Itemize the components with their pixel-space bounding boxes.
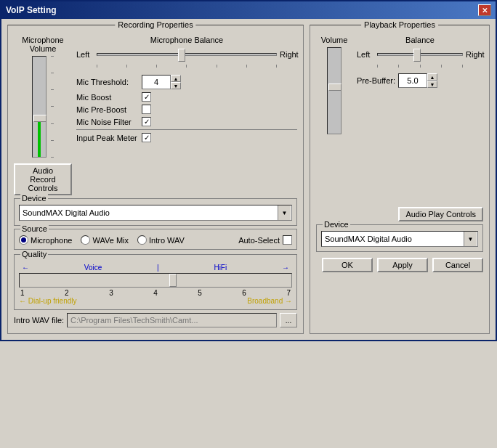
balance-track — [97, 53, 277, 56]
intro-wav-row: Intro WAV file: ... — [14, 313, 297, 327]
mic-threshold-label: Mic Threshold: — [76, 78, 142, 86]
playback-panel-title: Playback Properties — [361, 20, 438, 29]
prebuffer-up[interactable]: ▲ — [427, 73, 437, 81]
source-group: Source Microphone WAVe Mix — [14, 229, 297, 250]
playback-balance-slider[interactable] — [377, 47, 463, 62]
radio-wave-mix[interactable]: WAVe Mix — [81, 235, 129, 245]
balance-thumb[interactable] — [178, 49, 185, 62]
quality-num-1: 1 — [20, 289, 25, 297]
playback-right-label: Right — [466, 50, 483, 59]
playback-inner: Volume Balance Left — [316, 36, 483, 134]
quality-thumb[interactable] — [169, 274, 177, 287]
mic-noise-filter-label: Mic Noise Filter — [76, 118, 142, 126]
playback-balance-thumb[interactable] — [413, 49, 421, 62]
quality-slider-container: ← Voice | HiFi → 1 2 — [19, 264, 292, 305]
tick — [441, 65, 442, 68]
tick — [246, 65, 247, 68]
playback-slider-thumb[interactable] — [328, 84, 342, 91]
tick — [126, 65, 127, 68]
recording-inner: Microphone Volume — [14, 36, 297, 195]
title-bar-buttons: ✕ — [478, 4, 491, 16]
input-peak-checkbox[interactable] — [142, 133, 151, 142]
playback-volume-label: Volume — [321, 36, 348, 44]
prebuffer-spinbox-buttons: ▲ ▼ — [427, 73, 437, 88]
spinbox-down[interactable]: ▼ — [171, 82, 181, 89]
mic-volume-slider[interactable] — [32, 56, 47, 158]
radio-microphone-button[interactable] — [19, 235, 28, 245]
tick — [420, 65, 421, 68]
source-row: Microphone WAVe Mix Intro WAV — [19, 235, 292, 245]
quality-bottom-labels: ← Dial-up friendly Broadband → — [19, 297, 292, 305]
audio-record-controls-button[interactable]: Audio Record Controls — [14, 163, 72, 195]
quality-group: Quality ← Voice | HiFi → — [14, 254, 297, 310]
tick — [51, 56, 54, 57]
recording-device-group: Device SoundMAX Digital Audio ▼ — [14, 198, 297, 226]
radio-wave-mix-button[interactable] — [81, 235, 90, 245]
close-button[interactable]: ✕ — [478, 4, 491, 16]
quality-voice-label: Voice — [84, 264, 102, 272]
mic-balance-section: Microphone Balance Left Right — [76, 36, 297, 195]
prebuffer-label: Pre-Buffer: — [357, 76, 395, 85]
radio-microphone[interactable]: Microphone — [19, 235, 72, 245]
playback-volume-slider[interactable] — [327, 47, 342, 134]
playback-balance-track — [377, 53, 463, 56]
audio-play-controls-container: Audio Play Controls — [316, 207, 483, 221]
mic-preboost-checkbox[interactable] — [142, 105, 151, 114]
mic-volume-label: Microphone Volume — [14, 36, 72, 53]
radio-intro-wav-button[interactable] — [137, 235, 147, 245]
tick — [217, 65, 217, 68]
balance-ticks — [76, 65, 297, 68]
playback-panel: Playback Properties Volume — [310, 25, 490, 334]
mic-threshold-spinbox[interactable]: ▲ ▼ — [142, 75, 181, 89]
cancel-button[interactable]: Cancel — [432, 258, 483, 272]
autoselect-checkbox[interactable] — [283, 235, 292, 245]
main-window: VoIP Setting ✕ Recording Properties Micr… — [0, 0, 497, 341]
quality-divider: | — [157, 264, 159, 272]
quality-num-7: 7 — [286, 289, 291, 297]
quality-label: Quality — [20, 250, 48, 258]
slider-thumb[interactable] — [33, 115, 47, 122]
playback-left-label: Left — [357, 50, 374, 59]
playback-device-label: Device — [323, 220, 350, 229]
prebuffer-down[interactable]: ▼ — [427, 81, 437, 88]
intro-wav-input[interactable] — [67, 313, 277, 327]
quality-right-arrow: → — [282, 264, 289, 272]
spinbox-up[interactable]: ▲ — [171, 75, 181, 82]
window-title: VoIP Setting — [6, 5, 57, 15]
tick — [51, 73, 54, 73]
mic-balance-slider[interactable] — [97, 47, 277, 62]
quality-num-5: 5 — [198, 289, 202, 297]
recording-device-select[interactable]: SoundMAX Digital Audio — [19, 205, 292, 221]
mic-threshold-input[interactable] — [142, 75, 171, 89]
dialup-label: ← Dial-up friendly — [19, 297, 155, 305]
quality-slider[interactable] — [19, 273, 292, 288]
quality-num-3: 3 — [109, 289, 113, 297]
apply-button[interactable]: Apply — [377, 258, 428, 272]
intro-wav-label: Intro WAV file: — [14, 316, 64, 325]
radio-intro-wav[interactable]: Intro WAV — [137, 235, 185, 245]
right-label: Right — [280, 50, 297, 59]
ok-button[interactable]: OK — [322, 258, 373, 272]
playback-volume-section: Volume — [316, 36, 352, 134]
recording-device-label: Device — [20, 194, 48, 203]
mic-boost-checkbox[interactable] — [142, 92, 151, 102]
prebuffer-spinbox[interactable]: ▲ ▼ — [398, 73, 437, 88]
mic-noise-filter-checkbox[interactable] — [142, 117, 151, 126]
tick — [398, 65, 399, 68]
recording-panel-title: Recording Properties — [115, 20, 195, 29]
playback-device-group: Device SoundMAX Digital Audio ▼ — [316, 224, 483, 252]
input-peak-row: Input Peak Meter — [76, 133, 297, 142]
tick — [51, 140, 54, 141]
prebuffer-input[interactable] — [398, 73, 427, 88]
browse-button[interactable]: ... — [280, 313, 297, 327]
playback-device-select-wrapper: SoundMAX Digital Audio ▼ — [321, 231, 478, 247]
recording-panel: Recording Properties Microphone Volume — [7, 25, 304, 334]
quality-left-arrow: ← — [22, 264, 29, 272]
divider — [76, 129, 297, 130]
playback-device-select[interactable]: SoundMAX Digital Audio — [321, 231, 478, 247]
audio-play-controls-button[interactable]: Audio Play Controls — [398, 207, 483, 221]
mic-boost-label: Mic Boost — [76, 93, 142, 102]
bottom-buttons: OK Apply Cancel — [316, 252, 483, 272]
spinbox-buttons: ▲ ▼ — [171, 75, 181, 89]
window-content: Recording Properties Microphone Volume — [1, 19, 496, 340]
